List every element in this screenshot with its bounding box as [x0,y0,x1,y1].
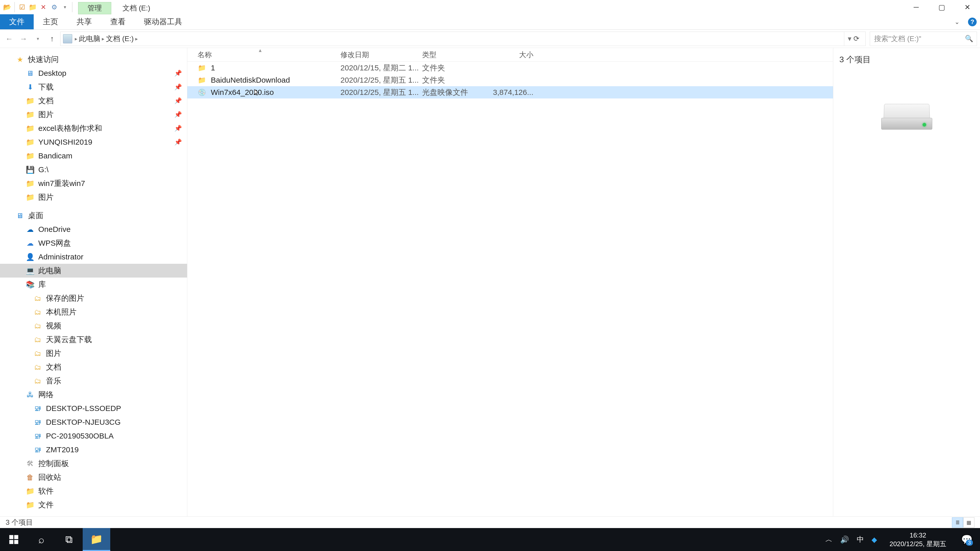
sidebar-network-item[interactable]: 🖳DESKTOP-LSSOEDP [0,402,187,415]
sidebar-desktop[interactable]: 🖥桌面 [0,209,187,222]
details-view-button[interactable]: ≣ [952,517,963,527]
search-icon[interactable]: 🔍 [965,35,973,43]
ime-indicator[interactable]: 中 [857,535,864,545]
sort-up-icon[interactable]: ▴ [259,48,262,54]
library-icon: 🗂 [33,321,42,330]
qat-folder-icon[interactable]: 📁 [28,3,37,12]
sidebar-recycle-bin[interactable]: 🗑回收站 [0,470,187,484]
file-row[interactable]: 📁12020/12/15, 星期二 1...文件夹 [187,62,833,74]
sidebar-item-label: win7重装win7 [38,178,85,189]
breadcrumb-root[interactable]: 此电脑 [77,34,102,44]
address-dropdown-icon[interactable]: ▾ [848,35,851,43]
sidebar-libraries[interactable]: 📚库 [0,278,187,291]
chevron-right-icon[interactable]: ▸ [102,36,104,42]
ribbon-home-tab[interactable]: 主页 [34,14,67,29]
start-button[interactable] [0,528,27,551]
file-type: 文件夹 [422,75,491,86]
sidebar-library-item[interactable]: 🗂本机照片 [0,305,187,319]
qat-gear-icon[interactable]: ⚙ [49,3,59,12]
thumbnails-view-button[interactable]: ▦ [963,517,974,527]
sidebar-item-label: 控制面板 [38,458,69,469]
navigation-bar: ← → ▾ ↑ ▸ 此电脑 ▸ 文档 (E:) ▸ ▾ ⟳ 搜索"文档 (E:)… [0,30,980,48]
ribbon-view-tab[interactable]: 查看 [101,14,135,29]
sidebar-library-item[interactable]: 🗂图片 [0,346,187,360]
sidebar-library-item[interactable]: 🗂音乐 [0,374,187,388]
sidebar-library-item[interactable]: 🗂文档 [0,360,187,374]
sidebar-quick-item[interactable]: 🖥Desktop📌 [0,66,187,80]
sidebar-item-label: 桌面 [28,210,43,221]
sidebar-item-label: 下载 [38,82,54,92]
back-button[interactable]: ← [3,33,15,45]
clock[interactable]: 16:32 2020/12/25, 星期五 [885,531,951,548]
sidebar-library-item[interactable]: 🗂保存的图片 [0,291,187,305]
sidebar-quick-item[interactable]: ⬇下载📌 [0,80,187,94]
qat-check-icon[interactable]: ☑ [18,3,27,12]
help-button[interactable]: ? [965,14,980,29]
sidebar-network-item[interactable]: 🖳PC-20190530OBLA [0,429,187,443]
library-icon: 🗂 [33,307,42,317]
sidebar-item-label: 库 [38,279,46,290]
sidebar-network[interactable]: 🖧网络 [0,388,187,402]
ribbon-expand-icon[interactable]: ⌄ [950,14,965,29]
forward-button[interactable]: → [18,33,30,45]
minimize-button[interactable]: ─ [904,0,929,14]
up-button[interactable]: ↑ [46,33,58,45]
qat-close-icon[interactable]: ✕ [39,3,48,12]
sidebar-quick-item[interactable]: 💾G:\ [0,163,187,176]
sidebar-quick-item[interactable]: 📁文档📌 [0,94,187,108]
sidebar-software[interactable]: 📁软件 [0,484,187,498]
address-bar[interactable]: ▸ 此电脑 ▸ 文档 (E:) ▸ ▾ ⟳ [60,32,865,46]
file-row[interactable]: 💿Win7x64_2020.iso2020/12/25, 星期五 1...光盘映… [187,86,833,98]
context-tab-manage[interactable]: 管理 [78,2,111,14]
breadcrumb-leaf[interactable]: 文档 (E:) [104,34,135,44]
navigation-tree[interactable]: ★快速访问 🖥Desktop📌⬇下载📌📁文档📌📁图片📌📁excel表格制作求和📌… [0,48,187,516]
ribbon-drive-tools-tab[interactable]: 驱动器工具 [135,14,191,29]
refresh-icon[interactable]: ⟳ [853,35,859,43]
task-view-button[interactable]: ⧉ [55,528,83,551]
sidebar-files[interactable]: 📁文件 [0,498,187,512]
sidebar-network-item[interactable]: 🖳DESKTOP-NJEU3CG [0,415,187,429]
sidebar-quick-access[interactable]: ★快速访问 [0,52,187,66]
file-row[interactable]: 📁BaiduNetdiskDownload2020/12/25, 星期五 1..… [187,74,833,86]
sidebar-quick-item[interactable]: 📁Bandicam [0,149,187,163]
sidebar-quick-item[interactable]: 📁图片 [0,190,187,204]
sidebar-network-item[interactable]: 🖳ZMT2019 [0,443,187,457]
column-date[interactable]: 修改日期 [340,50,422,60]
sidebar-this-pc[interactable]: 💻此电脑 [0,264,187,278]
tray-app-icon[interactable]: ◆ [872,535,877,544]
sidebar-onedrive[interactable]: ☁OneDrive [0,222,187,236]
sidebar-quick-item[interactable]: 📁excel表格制作求和📌 [0,121,187,135]
volume-icon[interactable]: 🔊 [840,535,849,544]
sidebar-quick-item[interactable]: 📁YUNQISHI2019📌 [0,135,187,149]
column-name[interactable]: 名称 [197,50,340,60]
sidebar-item-label: 图片 [38,192,54,203]
file-rows[interactable]: 📁12020/12/15, 星期二 1...文件夹📁BaiduNetdiskDo… [187,62,833,516]
sidebar-user[interactable]: 👤Administrator [0,250,187,264]
chevron-right-icon[interactable]: ▸ [75,36,77,42]
column-type[interactable]: 类型 [422,50,491,60]
recent-locations-button[interactable]: ▾ [32,33,44,45]
sidebar-quick-item[interactable]: 📁图片📌 [0,108,187,121]
sidebar-wps[interactable]: ☁WPS网盘 [0,236,187,250]
sidebar-library-item[interactable]: 🗂视频 [0,319,187,333]
library-icon: 🗂 [33,335,42,344]
file-name: Win7x64_2020.iso [211,88,274,97]
sidebar-quick-item[interactable]: 📁win7重装win7 [0,176,187,190]
svg-rect-3 [14,540,18,544]
qat-dropdown-icon[interactable]: ▾ [60,3,69,12]
search-input[interactable]: 搜索"文档 (E:)" 🔍 [870,32,977,46]
taskbar-explorer[interactable]: 📁 [83,528,110,551]
tray-overflow-icon[interactable]: ︿ [825,535,832,545]
chevron-right-icon[interactable]: ▸ [135,36,138,42]
close-window-button[interactable]: ✕ [955,0,980,14]
ribbon-file-tab[interactable]: 文件 [0,14,34,29]
sidebar-item-label: DESKTOP-LSSOEDP [46,404,121,413]
sidebar-library-item[interactable]: 🗂天翼云盘下载 [0,333,187,346]
action-center-button[interactable]: 💬 3 [959,531,975,548]
ribbon-share-tab[interactable]: 共享 [67,14,101,29]
sidebar-control-panel[interactable]: 🛠控制面板 [0,457,187,470]
search-button[interactable]: ⌕ [27,528,55,551]
sidebar-item-label: OneDrive [38,225,71,233]
maximize-button[interactable]: ▢ [929,0,955,14]
column-size[interactable]: 大小 [491,50,539,60]
